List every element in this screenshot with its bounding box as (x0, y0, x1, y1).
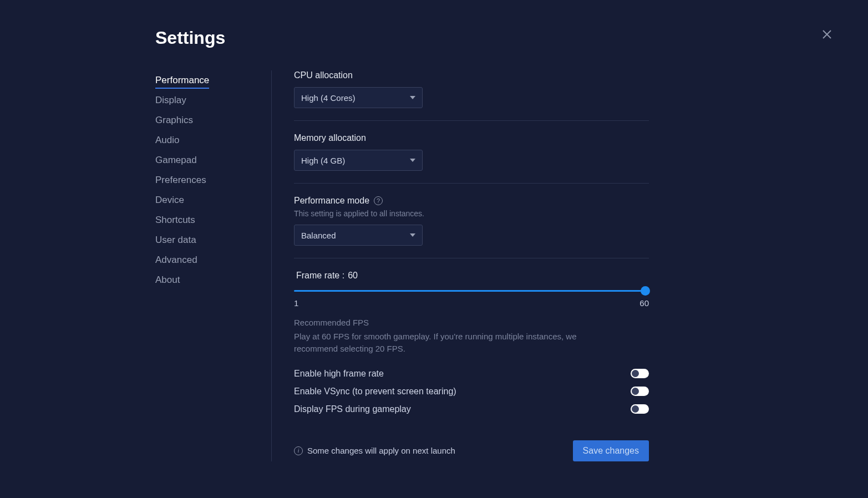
sidebar-item-device[interactable]: Device (155, 190, 266, 210)
slider-thumb[interactable] (641, 286, 650, 296)
framerate-value: 60 (348, 271, 358, 281)
sidebar-item-about[interactable]: About (155, 270, 266, 290)
close-button[interactable] (819, 27, 835, 44)
cpu-allocation-value: High (4 Cores) (301, 93, 356, 103)
framerate-label: Frame rate : 60 (294, 271, 649, 281)
sidebar-item-performance[interactable]: Performance (155, 70, 266, 90)
memory-allocation-label: Memory allocation (294, 133, 649, 143)
sidebar-item-preferences[interactable]: Preferences (155, 170, 266, 190)
chevron-down-icon (410, 96, 415, 99)
recommended-fps-text: Play at 60 FPS for smooth gameplay. If y… (294, 331, 621, 355)
framerate-slider[interactable] (294, 285, 649, 296)
page-title: Settings (155, 28, 835, 48)
cpu-allocation-label: CPU allocation (294, 70, 649, 80)
settings-panel: CPU allocation High (4 Cores) Memory all… (272, 70, 649, 461)
settings-sidebar: Performance Display Graphics Audio Gamep… (155, 70, 272, 461)
display-fps-label: Display FPS during gameplay (294, 404, 411, 414)
recommended-fps-heading: Recommended FPS (294, 318, 649, 327)
save-changes-button[interactable]: Save changes (573, 440, 649, 461)
vsync-toggle[interactable] (631, 387, 649, 396)
sidebar-item-shortcuts[interactable]: Shortcuts (155, 210, 266, 230)
framerate-min: 1 (294, 298, 298, 308)
vsync-label: Enable VSync (to prevent screen tearing) (294, 387, 456, 397)
sidebar-item-advanced[interactable]: Advanced (155, 250, 266, 270)
footer-note: i Some changes will apply on next launch (294, 446, 455, 455)
performance-mode-select[interactable]: Balanced (294, 225, 423, 246)
framerate-max: 60 (639, 298, 649, 308)
close-icon (821, 29, 833, 40)
chevron-down-icon (410, 159, 415, 162)
memory-allocation-select[interactable]: High (4 GB) (294, 150, 423, 171)
sidebar-item-display[interactable]: Display (155, 90, 266, 110)
high-framerate-label: Enable high frame rate (294, 369, 384, 379)
performance-mode-hint: This setting is applied to all instances… (294, 209, 649, 218)
display-fps-toggle[interactable] (631, 404, 649, 414)
sidebar-item-userdata[interactable]: User data (155, 230, 266, 250)
chevron-down-icon (410, 233, 415, 237)
sidebar-item-gamepad[interactable]: Gamepad (155, 150, 266, 170)
help-icon[interactable]: ? (374, 196, 383, 205)
cpu-allocation-select[interactable]: High (4 Cores) (294, 87, 423, 108)
high-framerate-toggle[interactable] (631, 369, 649, 378)
info-icon: i (294, 446, 303, 455)
performance-mode-label: Performance mode ? (294, 196, 649, 206)
performance-mode-value: Balanced (301, 231, 336, 240)
memory-allocation-value: High (4 GB) (301, 156, 345, 165)
sidebar-item-audio[interactable]: Audio (155, 130, 266, 150)
sidebar-item-graphics[interactable]: Graphics (155, 110, 266, 130)
